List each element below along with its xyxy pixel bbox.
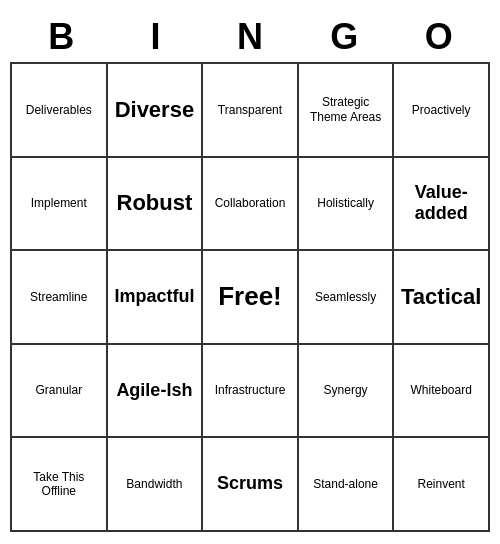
bingo-cell: Whiteboard xyxy=(394,345,490,439)
bingo-card: BINGO DeliverablesDiverseTransparentStra… xyxy=(10,12,490,532)
bingo-cell: Deliverables xyxy=(12,64,108,158)
bingo-cell: Free! xyxy=(203,251,299,345)
bingo-grid: DeliverablesDiverseTransparentStrategic … xyxy=(10,62,490,532)
bingo-cell: Synergy xyxy=(299,345,395,439)
bingo-cell: Diverse xyxy=(108,64,204,158)
cell-text: Stand-alone xyxy=(313,477,378,491)
bingo-cell: Tactical xyxy=(394,251,490,345)
cell-text: Proactively xyxy=(412,103,471,117)
cell-text: Seamlessly xyxy=(315,290,376,304)
bingo-letter-B: B xyxy=(17,16,105,58)
cell-text: Granular xyxy=(35,383,82,397)
bingo-cell: Proactively xyxy=(394,64,490,158)
cell-text: Infrastructure xyxy=(215,383,286,397)
cell-text: Bandwidth xyxy=(126,477,182,491)
bingo-letter-I: I xyxy=(112,16,200,58)
bingo-cell: Robust xyxy=(108,158,204,252)
cell-text: Agile-Ish xyxy=(116,380,192,402)
bingo-cell: Granular xyxy=(12,345,108,439)
bingo-cell: Holistically xyxy=(299,158,395,252)
cell-text: Whiteboard xyxy=(411,383,472,397)
bingo-letter-O: O xyxy=(395,16,483,58)
cell-text: Tactical xyxy=(401,284,481,310)
bingo-letter-N: N xyxy=(206,16,294,58)
bingo-letter-G: G xyxy=(300,16,388,58)
bingo-header: BINGO xyxy=(10,12,490,62)
cell-text: Reinvent xyxy=(418,477,465,491)
cell-text: Streamline xyxy=(30,290,87,304)
bingo-cell: Value-added xyxy=(394,158,490,252)
cell-text: Free! xyxy=(218,281,282,312)
cell-text: Synergy xyxy=(324,383,368,397)
bingo-cell: Reinvent xyxy=(394,438,490,532)
bingo-cell: Strategic Theme Areas xyxy=(299,64,395,158)
bingo-cell: Implement xyxy=(12,158,108,252)
bingo-cell: Bandwidth xyxy=(108,438,204,532)
cell-text: Robust xyxy=(117,190,193,216)
bingo-cell: Infrastructure xyxy=(203,345,299,439)
cell-text: Collaboration xyxy=(215,196,286,210)
bingo-cell: Seamlessly xyxy=(299,251,395,345)
bingo-cell: Collaboration xyxy=(203,158,299,252)
cell-text: Implement xyxy=(31,196,87,210)
bingo-cell: Transparent xyxy=(203,64,299,158)
cell-text: Scrums xyxy=(217,473,283,495)
bingo-cell: Agile-Ish xyxy=(108,345,204,439)
cell-text: Strategic Theme Areas xyxy=(303,95,389,124)
bingo-cell: Impactful xyxy=(108,251,204,345)
bingo-cell: Stand-alone xyxy=(299,438,395,532)
cell-text: Value-added xyxy=(398,182,484,225)
cell-text: Deliverables xyxy=(26,103,92,117)
bingo-cell: Streamline xyxy=(12,251,108,345)
bingo-cell: Scrums xyxy=(203,438,299,532)
cell-text: Diverse xyxy=(115,97,195,123)
cell-text: Holistically xyxy=(317,196,374,210)
cell-text: Take This Offline xyxy=(16,470,102,499)
cell-text: Transparent xyxy=(218,103,282,117)
cell-text: Impactful xyxy=(114,286,194,308)
bingo-cell: Take This Offline xyxy=(12,438,108,532)
